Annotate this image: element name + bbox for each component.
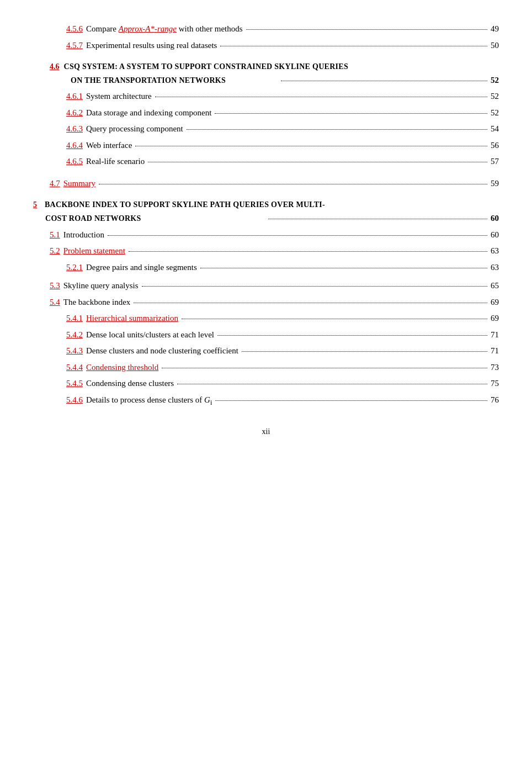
toc-dots-4-6-2 bbox=[215, 113, 487, 114]
toc-label-5-3: Skyline query analysis 65 bbox=[63, 279, 499, 293]
toc-page-4-7: 59 bbox=[491, 177, 499, 191]
toc-label-4-6-3: Query processing component 54 bbox=[86, 122, 499, 136]
toc-label-5-1: Introduction 60 bbox=[63, 228, 499, 242]
toc-title-4-6-2: Data storage and indexing component bbox=[86, 106, 211, 120]
toc-number-5-2-1[interactable]: 5.2.1 bbox=[66, 261, 83, 275]
toc-title-4-6-3: Query processing component bbox=[86, 122, 183, 136]
toc-label-4-7: Summary 59 bbox=[63, 177, 499, 191]
toc-page-5-4-5: 75 bbox=[491, 377, 499, 391]
toc-title-4-6-line2: ON THE TRANSPORTATION NETWORKS bbox=[71, 74, 278, 87]
toc-row-5-line1: 5 BACKBONE INDEX TO SUPPORT SKYLINE PATH… bbox=[33, 198, 499, 211]
toc-dots-5-2-1 bbox=[200, 268, 487, 268]
toc-number-5-4-4[interactable]: 5.4.4 bbox=[66, 361, 83, 375]
toc-number-5-2[interactable]: 5.2 bbox=[50, 244, 60, 258]
toc-number-4-6[interactable]: 4.6 bbox=[50, 60, 60, 73]
toc-number-4-6-4[interactable]: 4.6.4 bbox=[66, 139, 83, 153]
toc-row-5-4: 5.4 The backbone index 69 bbox=[33, 295, 499, 310]
toc-label-5-4-5: Condensing dense clusters 75 bbox=[86, 377, 499, 391]
toc-page-5-2: 63 bbox=[491, 244, 499, 258]
toc-page-5: 60 bbox=[491, 211, 499, 226]
toc-label-5-2: Problem statement 63 bbox=[63, 244, 499, 258]
toc-dots-5-4 bbox=[134, 303, 487, 303]
toc-label-4-6-1: System architecture 52 bbox=[86, 89, 499, 104]
toc-number-5-4-6[interactable]: 5.4.6 bbox=[66, 393, 83, 408]
toc-dots-5-2 bbox=[129, 251, 487, 252]
toc-label-5-2-1: Degree pairs and single segments 63 bbox=[86, 261, 499, 275]
toc-number-5[interactable]: 5 bbox=[33, 198, 37, 211]
toc-title-5-4-4: Condensing threshold bbox=[86, 361, 158, 375]
toc-dots-5-4-6 bbox=[215, 400, 487, 401]
toc-title-4-7: Summary bbox=[63, 177, 95, 191]
toc-row-5-4-5: 5.4.5 Condensing dense clusters 75 bbox=[33, 377, 499, 391]
toc-title-4-6-5: Real-life scenario bbox=[86, 155, 145, 169]
toc-number-4-6-3[interactable]: 4.6.3 bbox=[66, 122, 83, 136]
toc-dots-5-4-4 bbox=[162, 368, 487, 368]
toc-row-4-6-3: 4.6.3 Query processing component 54 bbox=[33, 122, 499, 136]
toc-label-5-4-4: Condensing threshold 73 bbox=[86, 361, 499, 375]
toc-row-4-6-line2: ON THE TRANSPORTATION NETWORKS 52 bbox=[50, 73, 499, 88]
toc-page-5-1: 60 bbox=[491, 228, 499, 242]
toc-page-5-4-2: 71 bbox=[491, 328, 499, 342]
toc-number-4-6-2[interactable]: 4.6.2 bbox=[66, 106, 83, 120]
toc-row-5-2-1: 5.2.1 Degree pairs and single segments 6… bbox=[33, 261, 499, 275]
toc-title-4-6-1: System architecture bbox=[86, 89, 152, 104]
toc-dots-5-4-3 bbox=[242, 351, 487, 352]
toc-label-5-4: The backbone index 69 bbox=[63, 295, 499, 310]
toc-dots-4-5-7 bbox=[220, 46, 487, 46]
toc-title-5-4: The backbone index bbox=[63, 295, 131, 310]
toc-container: 4.5.6 Compare Approx-A*-range with other… bbox=[33, 22, 499, 409]
toc-row-5-4-3: 5.4.3 Dense clusters and node clustering… bbox=[33, 344, 499, 358]
toc-page-4-6-3: 54 bbox=[491, 122, 499, 136]
toc-number-5-4-2[interactable]: 5.4.2 bbox=[66, 328, 83, 342]
toc-dots-4-6-4 bbox=[135, 146, 487, 146]
toc-page-4-6-2: 52 bbox=[491, 106, 499, 120]
toc-label-5-4-2: Dense local units/clusters at each level… bbox=[86, 328, 499, 342]
toc-number-4-5-7[interactable]: 4.5.7 bbox=[66, 39, 83, 53]
toc-number-5-4-5[interactable]: 5.4.5 bbox=[66, 377, 83, 391]
toc-label-5-4-3: Dense clusters and node clustering coeff… bbox=[86, 344, 499, 358]
toc-row-4-6: 4.6 CSQ SYSTEM: A SYSTEM TO SUPPORT CONS… bbox=[33, 60, 499, 87]
toc-label-5-4-1: Hierarchical summarization 69 bbox=[86, 311, 499, 326]
toc-label-4-6-4: Web interface 56 bbox=[86, 139, 499, 153]
toc-title-5-4-3: Dense clusters and node clustering coeff… bbox=[86, 344, 238, 358]
toc-number-5-1[interactable]: 5.1 bbox=[50, 228, 60, 242]
toc-page-4-6-5: 57 bbox=[491, 155, 499, 169]
toc-dots-5 bbox=[268, 219, 488, 219]
toc-dots-4-6 bbox=[281, 81, 488, 81]
toc-row-4-6-4: 4.6.4 Web interface 56 bbox=[33, 139, 499, 153]
toc-page-4-5-7: 50 bbox=[491, 39, 499, 53]
toc-title-4-5-6: Compare Approx-A*-range with other metho… bbox=[86, 22, 243, 36]
toc-number-5-4-3[interactable]: 5.4.3 bbox=[66, 344, 83, 358]
toc-page-5-3: 65 bbox=[491, 279, 499, 293]
toc-page-5-2-1: 63 bbox=[491, 261, 499, 275]
toc-dots-4-6-5 bbox=[148, 162, 487, 162]
toc-page-4-5-6: 49 bbox=[491, 22, 499, 36]
toc-label-4-5-6: Compare Approx-A*-range with other metho… bbox=[86, 22, 499, 36]
toc-row-5-3: 5.3 Skyline query analysis 65 bbox=[33, 279, 499, 293]
toc-number-5-4-1[interactable]: 5.4.1 bbox=[66, 311, 83, 326]
toc-title-4-6-line1: CSQ SYSTEM: A SYSTEM TO SUPPORT CONSTRAI… bbox=[64, 60, 499, 73]
toc-row-5-line2: COST ROAD NETWORKS 60 bbox=[33, 211, 499, 226]
toc-row-5-4-6: 5.4.6 Details to process dense clusters … bbox=[33, 393, 499, 409]
toc-title-5-2: Problem statement bbox=[63, 244, 125, 258]
toc-page-4-6: 52 bbox=[491, 73, 499, 88]
toc-title-5-4-6: Details to process dense clusters of Gi bbox=[86, 393, 212, 409]
toc-number-4-5-6[interactable]: 4.5.6 bbox=[66, 22, 83, 36]
toc-row-4-5-6: 4.5.6 Compare Approx-A*-range with other… bbox=[33, 22, 499, 36]
toc-number-4-6-5[interactable]: 4.6.5 bbox=[66, 155, 83, 169]
toc-title-4-6-4: Web interface bbox=[86, 139, 132, 153]
toc-dots-4-6-1 bbox=[155, 97, 487, 97]
toc-title-5-4-1: Hierarchical summarization bbox=[86, 311, 178, 326]
toc-dots-4-7 bbox=[99, 184, 487, 184]
toc-page-5-4-6: 76 bbox=[491, 393, 499, 408]
toc-title-5-1: Introduction bbox=[63, 228, 104, 242]
toc-number-5-3[interactable]: 5.3 bbox=[50, 279, 60, 293]
toc-number-4-7[interactable]: 4.7 bbox=[50, 177, 60, 191]
toc-label-4-6-2: Data storage and indexing component 52 bbox=[86, 106, 499, 120]
toc-page-4-6-1: 52 bbox=[491, 89, 499, 104]
toc-row-4-5-7: 4.5.7 Experimental results using real da… bbox=[33, 39, 499, 53]
toc-number-4-6-1[interactable]: 4.6.1 bbox=[66, 89, 83, 104]
toc-page-4-6-4: 56 bbox=[491, 139, 499, 153]
toc-number-5-4[interactable]: 5.4 bbox=[50, 295, 60, 310]
toc-label-4-5-7: Experimental results using real datasets… bbox=[86, 39, 499, 53]
